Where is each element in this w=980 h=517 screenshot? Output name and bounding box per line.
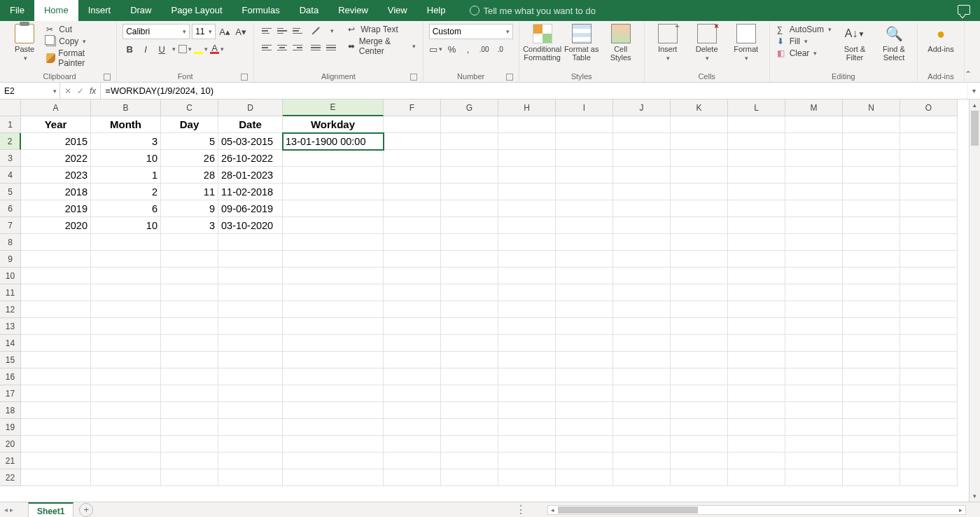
cell-K9[interactable] [671, 251, 728, 268]
cell-F15[interactable] [384, 352, 441, 368]
cell-M19[interactable] [785, 419, 843, 436]
cell-E17[interactable] [283, 385, 384, 402]
cell-A22[interactable] [21, 469, 91, 486]
cell-H11[interactable] [498, 284, 556, 301]
cell-O21[interactable] [900, 453, 958, 469]
borders-button[interactable]: ▾ [178, 42, 192, 56]
cell-F1[interactable] [384, 116, 441, 133]
format-cells-button[interactable]: Format▾ [729, 24, 764, 62]
decrease-decimal-button[interactable]: .0 [493, 42, 507, 56]
cell-K1[interactable] [671, 116, 728, 133]
cell-K7[interactable] [671, 217, 728, 234]
cell-D22[interactable] [218, 469, 283, 486]
cell-I14[interactable] [556, 335, 613, 352]
cell-H1[interactable] [498, 116, 556, 133]
cell-G16[interactable] [441, 368, 498, 385]
cell-L15[interactable] [728, 352, 785, 368]
scroll-thumb[interactable] [971, 111, 979, 146]
cell-G22[interactable] [441, 469, 498, 486]
cell-O16[interactable] [900, 368, 958, 385]
cell-N13[interactable] [843, 318, 900, 335]
fill-color-button[interactable]: ▾ [194, 42, 208, 56]
cell-D11[interactable] [218, 284, 283, 301]
cell-J7[interactable] [613, 217, 671, 234]
cell-A12[interactable] [21, 301, 91, 318]
cell-I18[interactable] [556, 402, 613, 419]
cell-L4[interactable] [728, 167, 785, 184]
cell-F6[interactable] [384, 200, 441, 217]
cell-A13[interactable] [21, 318, 91, 335]
cell-D16[interactable] [218, 368, 283, 385]
cell-F3[interactable] [384, 150, 441, 167]
cell-E2[interactable]: 13-01-1900 00:00 [283, 133, 384, 150]
row-header-21[interactable]: 21 [0, 453, 21, 469]
cell-G20[interactable] [441, 436, 498, 453]
cell-C16[interactable] [161, 368, 218, 385]
insert-cells-button[interactable]: +Insert▾ [650, 24, 685, 62]
tab-data[interactable]: Data [290, 0, 328, 21]
cell-M12[interactable] [785, 301, 843, 318]
cell-A1[interactable]: Year [21, 116, 91, 133]
cell-D10[interactable] [218, 268, 283, 284]
cell-E6[interactable] [283, 200, 384, 217]
align-right-button[interactable] [290, 41, 304, 55]
cell-C19[interactable] [161, 419, 218, 436]
cell-D12[interactable] [218, 301, 283, 318]
cell-D2[interactable]: 05-03-2015 [218, 133, 283, 150]
row-header-5[interactable]: 5 [0, 184, 21, 200]
row-header-14[interactable]: 14 [0, 335, 21, 352]
cell-E3[interactable] [283, 150, 384, 167]
tab-review[interactable]: Review [328, 0, 378, 21]
cell-F16[interactable] [384, 368, 441, 385]
cell-E8[interactable] [283, 234, 384, 251]
cell-L18[interactable] [728, 402, 785, 419]
cell-F22[interactable] [384, 469, 441, 486]
cell-E14[interactable] [283, 335, 384, 352]
cell-F10[interactable] [384, 268, 441, 284]
wrap-text-button[interactable]: ↩Wrap Text [346, 24, 416, 35]
row-header-10[interactable]: 10 [0, 268, 21, 284]
formula-input[interactable]: =WORKDAY(1/9/2024, 10) [101, 83, 967, 99]
row-header-4[interactable]: 4 [0, 167, 21, 184]
cell-D4[interactable]: 28-01-2023 [218, 167, 283, 184]
cell-E16[interactable] [283, 368, 384, 385]
cell-K19[interactable] [671, 419, 728, 436]
cell-K17[interactable] [671, 385, 728, 402]
cell-C15[interactable] [161, 352, 218, 368]
cell-N10[interactable] [843, 268, 900, 284]
cell-L20[interactable] [728, 436, 785, 453]
cell-G17[interactable] [441, 385, 498, 402]
cell-G18[interactable] [441, 402, 498, 419]
column-header-F[interactable]: F [384, 99, 441, 116]
cell-styles-button[interactable]: Cell Styles [603, 24, 638, 62]
cell-H16[interactable] [498, 368, 556, 385]
underline-button[interactable]: U [155, 42, 169, 56]
cell-J16[interactable] [613, 368, 671, 385]
cell-E7[interactable] [283, 217, 384, 234]
cell-E9[interactable] [283, 251, 384, 268]
cell-G15[interactable] [441, 352, 498, 368]
cell-H22[interactable] [498, 469, 556, 486]
increase-decimal-button[interactable]: .00 [477, 42, 491, 56]
cell-J4[interactable] [613, 167, 671, 184]
tab-help[interactable]: Help [417, 0, 456, 21]
cell-L13[interactable] [728, 318, 785, 335]
cell-K16[interactable] [671, 368, 728, 385]
dialog-launcher-icon[interactable] [104, 74, 111, 81]
cell-M15[interactable] [785, 352, 843, 368]
cell-L11[interactable] [728, 284, 785, 301]
cell-H15[interactable] [498, 352, 556, 368]
cell-G3[interactable] [441, 150, 498, 167]
cell-J1[interactable] [613, 116, 671, 133]
cell-B5[interactable]: 2 [91, 184, 161, 200]
cell-E18[interactable] [283, 402, 384, 419]
cell-N1[interactable] [843, 116, 900, 133]
cell-O1[interactable] [900, 116, 958, 133]
dialog-launcher-icon[interactable] [410, 74, 417, 81]
cell-G11[interactable] [441, 284, 498, 301]
row-header-3[interactable]: 3 [0, 150, 21, 167]
row-header-18[interactable]: 18 [0, 402, 21, 419]
cell-F2[interactable] [384, 133, 441, 150]
cell-O13[interactable] [900, 318, 958, 335]
cell-J18[interactable] [613, 402, 671, 419]
